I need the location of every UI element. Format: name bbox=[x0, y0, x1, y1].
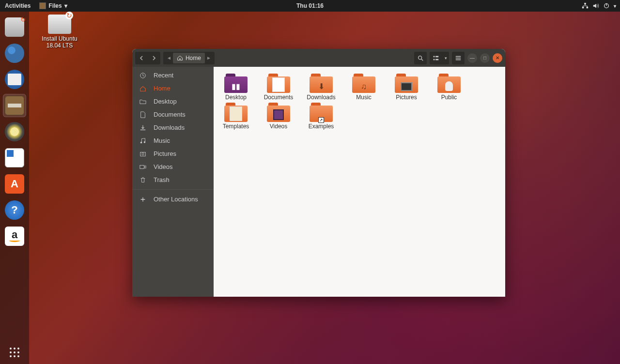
minimize-button[interactable]: — bbox=[467, 53, 477, 63]
folder-pictures[interactable]: Pictures bbox=[387, 74, 426, 101]
desktop-install-icon[interactable]: Install Ubuntu 18.04 LTS bbox=[40, 15, 79, 49]
install-disk-icon bbox=[48, 15, 71, 34]
dock-ubuntu-software[interactable]: A bbox=[3, 172, 26, 196]
music-icon bbox=[139, 137, 147, 144]
svg-point-5 bbox=[418, 56, 422, 59]
dock-libreoffice-writer[interactable] bbox=[3, 146, 26, 169]
clock-icon bbox=[139, 72, 147, 79]
back-button[interactable] bbox=[135, 52, 148, 64]
svg-rect-9 bbox=[435, 56, 438, 57]
svg-rect-8 bbox=[434, 59, 435, 60]
svg-rect-2 bbox=[587, 7, 589, 9]
dock-rhythmbox[interactable] bbox=[3, 120, 26, 143]
folder-desktop[interactable]: ▮▮Desktop bbox=[217, 74, 255, 101]
dock: ↻ A ? a bbox=[0, 12, 29, 364]
hamburger-menu-button[interactable] bbox=[452, 52, 465, 64]
forward-button[interactable] bbox=[148, 52, 160, 64]
view-list-button[interactable] bbox=[430, 52, 442, 64]
sidebar-item-desktop[interactable]: Desktop bbox=[132, 95, 214, 108]
desktop-icon-label: Install Ubuntu 18.04 LTS bbox=[40, 35, 79, 49]
volume-icon[interactable] bbox=[592, 2, 599, 9]
sidebar-item-pictures[interactable]: Pictures bbox=[132, 147, 214, 160]
close-button[interactable]: ✕ bbox=[493, 53, 502, 63]
path-segment-home[interactable]: Home bbox=[173, 53, 205, 63]
sidebar-item-other-locations[interactable]: Other Locations bbox=[132, 193, 214, 206]
dock-help[interactable]: ? bbox=[3, 198, 26, 222]
path-label: Home bbox=[186, 55, 201, 61]
path-chevron-right-icon[interactable]: ► bbox=[205, 55, 213, 61]
dock-firefox[interactable] bbox=[3, 42, 26, 65]
dock-amazon[interactable]: a bbox=[3, 225, 26, 248]
show-applications-button[interactable] bbox=[3, 341, 26, 364]
folder-icon bbox=[139, 98, 147, 105]
folder-templates[interactable]: Templates bbox=[217, 103, 255, 130]
app-menu[interactable]: Files ▾ bbox=[35, 2, 71, 9]
svg-rect-19 bbox=[140, 165, 144, 168]
path-chevron-left-icon[interactable]: ◄ bbox=[165, 55, 173, 61]
folder-view[interactable]: ▮▮Desktop Documents ⬇Downloads ♫Music Pi… bbox=[214, 67, 505, 297]
activities-button[interactable]: Activities bbox=[0, 2, 35, 9]
trash-icon bbox=[139, 177, 147, 183]
folder-public[interactable]: Public bbox=[430, 74, 468, 101]
svg-point-18 bbox=[142, 152, 144, 154]
system-tray[interactable]: ▾ bbox=[582, 2, 620, 9]
sidebar-item-trash[interactable]: Trash bbox=[132, 173, 214, 186]
svg-rect-10 bbox=[435, 59, 438, 60]
folder-examples[interactable]: ↗Examples bbox=[302, 103, 341, 130]
sidebar-item-documents[interactable]: Documents bbox=[132, 108, 214, 121]
sidebar-item-recent[interactable]: Recent bbox=[132, 69, 214, 82]
camera-icon bbox=[139, 151, 147, 157]
svg-point-15 bbox=[140, 141, 142, 143]
sidebar-item-downloads[interactable]: Downloads bbox=[132, 121, 214, 134]
folder-documents[interactable]: Documents bbox=[259, 74, 298, 101]
app-menu-label: Files bbox=[48, 2, 62, 9]
path-bar[interactable]: ◄ Home ► bbox=[163, 52, 215, 64]
plus-icon bbox=[139, 196, 147, 203]
folder-music[interactable]: ♫Music bbox=[344, 74, 383, 101]
dock-thunderbird[interactable] bbox=[3, 68, 26, 91]
sidebar-item-videos[interactable]: Videos bbox=[132, 160, 214, 173]
sidebar-item-music[interactable]: Music bbox=[132, 134, 214, 147]
home-icon bbox=[177, 55, 183, 61]
download-icon bbox=[139, 124, 147, 131]
desktop-background[interactable]: Activities Files ▾ Thu 01:16 ▾ ↻ A ? a I… bbox=[0, 0, 620, 364]
search-button[interactable] bbox=[414, 52, 427, 64]
view-dropdown-icon[interactable]: ▾ bbox=[442, 52, 449, 64]
sidebar: Recent Home Desktop Documents Downloads … bbox=[132, 67, 214, 297]
home-icon bbox=[139, 85, 147, 92]
titlebar[interactable]: ◄ Home ► ▾ — □ ✕ bbox=[132, 49, 505, 67]
svg-rect-0 bbox=[584, 3, 586, 5]
chevron-down-icon[interactable]: ▾ bbox=[614, 3, 616, 9]
svg-rect-1 bbox=[582, 7, 584, 9]
document-icon bbox=[139, 111, 147, 118]
nav-buttons bbox=[135, 52, 160, 64]
top-panel: Activities Files ▾ Thu 01:16 ▾ bbox=[0, 0, 620, 12]
folder-videos[interactable]: Videos bbox=[259, 103, 298, 130]
dock-files[interactable] bbox=[3, 94, 26, 117]
files-app-icon bbox=[39, 2, 46, 9]
sidebar-item-home[interactable]: Home bbox=[132, 82, 214, 95]
maximize-button[interactable]: □ bbox=[480, 53, 490, 63]
svg-rect-7 bbox=[434, 56, 435, 57]
chevron-down-icon: ▾ bbox=[64, 2, 67, 9]
power-icon[interactable] bbox=[603, 2, 610, 9]
svg-point-16 bbox=[144, 141, 146, 143]
files-window: ◄ Home ► ▾ — □ ✕ Recent Home Deskt bbox=[132, 49, 505, 297]
clock[interactable]: Thu 01:16 bbox=[296, 2, 324, 9]
network-icon[interactable] bbox=[582, 2, 589, 9]
sidebar-separator bbox=[132, 189, 214, 190]
folder-downloads[interactable]: ⬇Downloads bbox=[302, 74, 341, 101]
svg-line-6 bbox=[421, 59, 423, 61]
apps-grid-icon bbox=[10, 348, 19, 357]
dock-install-ubuntu[interactable]: ↻ bbox=[3, 15, 26, 39]
video-icon bbox=[139, 164, 147, 170]
